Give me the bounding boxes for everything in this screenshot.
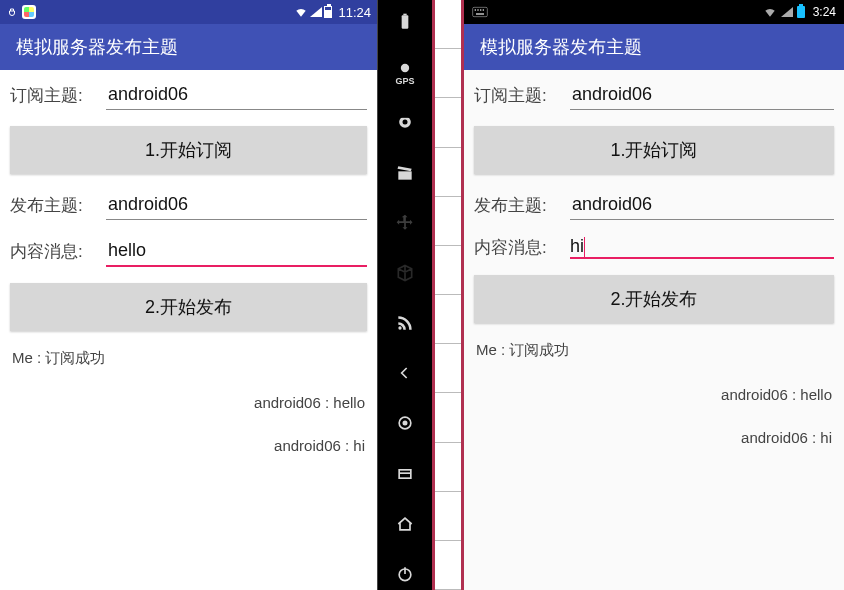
subscribe-button[interactable]: 1.开始订阅	[474, 126, 834, 174]
wifi-icon	[763, 7, 777, 17]
app-bar-right: 模拟服务器发布主题	[464, 24, 844, 70]
status-bar-left: 11:24	[0, 0, 377, 24]
svg-rect-14	[473, 7, 488, 16]
status-time: 3:24	[813, 5, 836, 19]
clapper-icon[interactable]	[385, 157, 425, 189]
subscribe-topic-input[interactable]	[106, 80, 367, 110]
svg-rect-15	[475, 9, 476, 10]
divider-strip	[432, 0, 464, 590]
recent-icon[interactable]	[385, 458, 425, 490]
wifi-icon	[294, 7, 308, 17]
battery-icon	[324, 6, 332, 18]
log-line: Me : 订阅成功	[476, 339, 832, 362]
publish-button[interactable]: 2.开始发布	[474, 275, 834, 323]
status-bar-right: 3:24	[464, 0, 844, 24]
svg-rect-18	[483, 9, 484, 10]
svg-rect-16	[477, 9, 478, 10]
message-label: 内容消息:	[474, 236, 562, 259]
phone-screen-right: 3:24 模拟服务器发布主题 订阅主题: 1.开始订阅 发布主题: 内容消息: …	[464, 0, 844, 590]
subscribe-topic-input[interactable]	[570, 80, 834, 110]
svg-point-7	[398, 326, 401, 329]
publish-topic-label: 发布主题:	[10, 194, 98, 217]
cube-icon[interactable]	[385, 257, 425, 289]
log-line: android06 : hello	[12, 392, 365, 413]
power-icon[interactable]	[385, 558, 425, 590]
app-bar-left: 模拟服务器发布主题	[0, 24, 377, 70]
phone-screen-left: 11:24 模拟服务器发布主题 订阅主题: 1.开始订阅 发布主题: 内容消息:	[0, 0, 378, 590]
log-line: android06 : hi	[476, 427, 832, 448]
signal-icon	[310, 7, 322, 17]
log-area-right: Me : 订阅成功 android06 : hello android06 : …	[470, 331, 838, 456]
message-label: 内容消息:	[10, 240, 98, 263]
svg-rect-0	[402, 15, 409, 28]
svg-point-9	[403, 422, 406, 425]
log-line: Me : 订阅成功	[12, 347, 365, 370]
emulator-left: 11:24 模拟服务器发布主题 订阅主题: 1.开始订阅 发布主题: 内容消息:	[0, 0, 432, 590]
emulator-toolbar: GPS	[378, 0, 432, 590]
svg-rect-5	[398, 116, 413, 119]
log-area-left: Me : 订阅成功 android06 : hello android06 : …	[6, 339, 371, 464]
svg-point-4	[403, 120, 408, 125]
home-icon[interactable]	[385, 508, 425, 540]
publish-button[interactable]: 2.开始发布	[10, 283, 367, 331]
app-icon	[22, 5, 36, 19]
battery-icon[interactable]	[385, 6, 425, 38]
subscribe-button[interactable]: 1.开始订阅	[10, 126, 367, 174]
subscribe-topic-label: 订阅主题:	[10, 84, 98, 107]
keyboard-icon	[472, 6, 488, 18]
signal-icon	[781, 7, 793, 17]
battery-icon	[797, 6, 805, 18]
svg-point-2	[401, 64, 409, 72]
status-time: 11:24	[338, 5, 371, 20]
svg-rect-17	[480, 9, 481, 10]
publish-topic-input[interactable]	[570, 190, 834, 220]
text-caret	[584, 237, 585, 257]
gps-icon[interactable]: GPS	[385, 56, 425, 88]
rss-icon[interactable]	[385, 307, 425, 339]
message-input[interactable]	[106, 236, 367, 267]
message-input-value[interactable]: hi	[570, 236, 584, 257]
app-title: 模拟服务器发布主题	[16, 35, 178, 59]
usb-icon	[6, 6, 18, 18]
svg-rect-6	[398, 171, 411, 179]
publish-topic-label: 发布主题:	[474, 194, 562, 217]
overview-icon[interactable]	[385, 407, 425, 439]
app-title: 模拟服务器发布主题	[480, 35, 642, 59]
svg-rect-19	[476, 13, 484, 14]
subscribe-topic-label: 订阅主题:	[474, 84, 562, 107]
log-line: android06 : hello	[476, 384, 832, 405]
back-icon[interactable]	[385, 357, 425, 389]
svg-rect-1	[403, 14, 406, 16]
publish-topic-input[interactable]	[106, 190, 367, 220]
camera-icon[interactable]	[385, 106, 425, 138]
log-line: android06 : hi	[12, 435, 365, 456]
move-icon[interactable]	[385, 207, 425, 239]
